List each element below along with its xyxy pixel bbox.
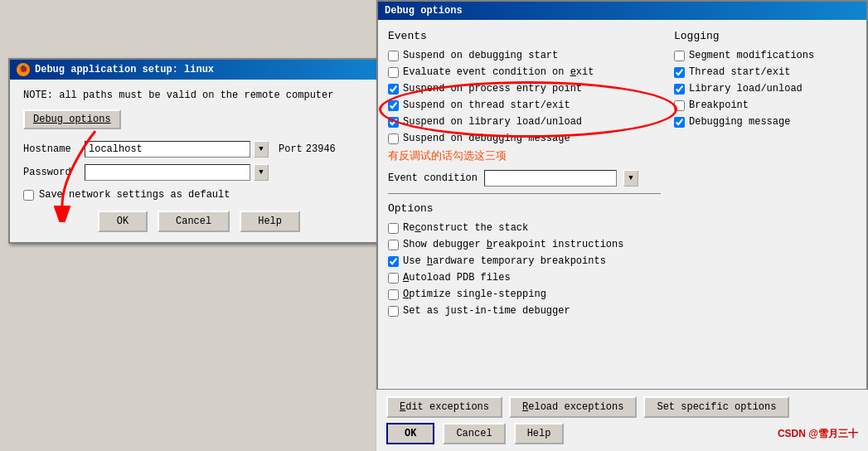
option-checkbox-1[interactable] xyxy=(388,240,399,250)
event-checkbox-1[interactable] xyxy=(388,67,399,78)
debug-options-dialog: Debug options Events Suspend on debuggin… xyxy=(376,0,868,451)
event-checkbox-2[interactable] xyxy=(388,84,399,95)
event-checkbox-3[interactable] xyxy=(388,100,399,111)
password-label: Password xyxy=(23,167,81,178)
option-label-3: Autoload PDB files xyxy=(403,272,511,284)
password-dropdown[interactable]: ▼ xyxy=(254,164,269,181)
debug-setup-dialog: 🐞 Debug application setup: linux NOTE: a… xyxy=(8,58,390,244)
events-section-title: Events xyxy=(388,30,661,42)
option-item-5: Set as just-in-time debugger xyxy=(388,304,661,318)
option-label-5: Set as just-in-time debugger xyxy=(403,305,570,317)
right-ok-button[interactable]: OK xyxy=(386,423,434,444)
log-item-2: Library load/unload xyxy=(674,82,856,95)
event-condition-row: Event condition ▼ xyxy=(388,170,661,187)
log-label-4: Debugging message xyxy=(689,116,790,128)
option-checkbox-2[interactable] xyxy=(388,256,399,267)
option-item-1: Show debugger breakpoint instructions xyxy=(388,238,661,251)
log-checkbox-3[interactable] xyxy=(674,100,685,111)
dialog-right-titlebar: Debug options xyxy=(378,2,866,20)
option-item-4: Optimize single-stepping xyxy=(388,288,661,301)
left-dialog-buttons: OK Cancel Help xyxy=(23,211,375,232)
reload-exceptions-button[interactable]: Reload exceptions xyxy=(509,396,637,418)
event-checkbox-0[interactable] xyxy=(388,51,399,61)
option-checkbox-0[interactable] xyxy=(388,223,399,234)
csdn-logo: CSDN @雪月三十 xyxy=(778,427,858,441)
hostname-label: Hostname xyxy=(23,143,81,155)
event-condition-dropdown[interactable]: ▼ xyxy=(623,170,638,187)
option-label-0: Reconstruct the stack xyxy=(403,222,528,234)
logging-section-title: Logging xyxy=(674,30,856,42)
footer-row1: Edit exceptions Reload exceptions Set sp… xyxy=(386,396,858,418)
event-label-4: Suspend on library load/unload xyxy=(403,116,582,128)
event-label-3: Suspend on thread start/exit xyxy=(403,99,570,111)
event-item-4: Suspend on library load/unload xyxy=(388,115,661,129)
event-item-2: Suspend on process entry point xyxy=(388,82,661,95)
event-item-1: Evaluate event condition on exit xyxy=(388,65,661,79)
event-checkbox-5[interactable] xyxy=(388,133,399,144)
log-item-0: Segment modifications xyxy=(674,49,856,62)
event-label-2: Suspend on process entry point xyxy=(403,83,582,95)
event-item-3: Suspend on thread start/exit xyxy=(388,99,661,112)
chinese-annotation: 有反调试的话勾选这三项 xyxy=(388,148,661,163)
debug-options-button[interactable]: Debug options xyxy=(23,109,121,129)
log-label-2: Library load/unload xyxy=(689,83,803,95)
port-label: Port xyxy=(279,143,303,155)
log-checkbox-1[interactable] xyxy=(674,67,685,78)
right-panel: Logging Segment modifications Thread sta… xyxy=(674,30,856,391)
log-label-1: Thread start/exit xyxy=(689,66,790,78)
dialog-left-title: Debug application setup: linux xyxy=(35,64,214,75)
options-section: Options Reconstruct the stack Show debug… xyxy=(388,202,661,318)
save-settings-row: Save network settings as default xyxy=(23,189,375,201)
left-ok-button[interactable]: OK xyxy=(98,211,148,232)
dialog-left-content: NOTE: all paths must be valid on the rem… xyxy=(10,80,388,242)
save-settings-checkbox[interactable] xyxy=(23,190,34,201)
right-help-button[interactable]: Help xyxy=(514,423,565,444)
option-checkbox-5[interactable] xyxy=(388,306,399,317)
option-item-3: Autoload PDB files xyxy=(388,271,661,284)
option-label-4: Optimize single-stepping xyxy=(403,289,546,300)
password-row: Password ▼ xyxy=(23,164,375,181)
event-item-5: Suspend on debugging message xyxy=(388,132,661,145)
dialog-right-title: Debug options xyxy=(385,5,463,17)
event-condition-input[interactable] xyxy=(484,170,617,187)
log-checkbox-2[interactable] xyxy=(674,84,685,95)
dialog-left-titlebar: 🐞 Debug application setup: linux xyxy=(10,60,388,80)
event-label-5: Suspend on debugging message xyxy=(403,133,570,144)
note-text: NOTE: all paths must be valid on the rem… xyxy=(23,90,375,101)
log-item-1: Thread start/exit xyxy=(674,65,856,79)
right-cancel-button[interactable]: Cancel xyxy=(443,423,505,444)
divider xyxy=(388,193,661,194)
options-section-title: Options xyxy=(388,202,661,215)
log-checkbox-4[interactable] xyxy=(674,117,685,128)
event-checkbox-4[interactable] xyxy=(388,117,399,128)
option-checkbox-4[interactable] xyxy=(388,289,399,300)
hostname-input[interactable] xyxy=(85,141,250,158)
save-settings-label: Save network settings as default xyxy=(39,189,230,201)
set-specific-options-button[interactable]: Set specific options xyxy=(643,396,789,418)
event-label-0: Suspend on debugging start xyxy=(403,50,558,61)
dialog-left-icon: 🐞 xyxy=(17,63,30,76)
hostname-dropdown[interactable]: ▼ xyxy=(254,141,269,158)
log-checkbox-0[interactable] xyxy=(674,51,685,61)
left-panel: Events Suspend on debugging start Evalua… xyxy=(388,30,661,391)
log-item-3: Breakpoint xyxy=(674,99,856,112)
option-checkbox-3[interactable] xyxy=(388,273,399,284)
footer-row2: OK Cancel Help CSDN @雪月三十 xyxy=(386,423,858,444)
edit-exceptions-button[interactable]: Edit exceptions xyxy=(386,396,502,418)
option-item-0: Reconstruct the stack xyxy=(388,221,661,235)
left-cancel-button[interactable]: Cancel xyxy=(158,211,230,232)
event-item-0: Suspend on debugging start xyxy=(388,49,661,62)
option-label-2: Use hardware temporary breakpoints xyxy=(403,255,606,267)
log-label-0: Segment modifications xyxy=(689,50,814,61)
log-label-3: Breakpoint xyxy=(689,99,749,111)
port-value: 23946 xyxy=(306,143,336,155)
hostname-row: Hostname ▼ Port 23946 xyxy=(23,141,375,158)
dialog-right-footer: Edit exceptions Reload exceptions Set sp… xyxy=(376,389,868,451)
password-input[interactable] xyxy=(85,164,250,181)
event-condition-label: Event condition xyxy=(388,172,478,184)
option-item-2: Use hardware temporary breakpoints xyxy=(388,255,661,268)
left-help-button[interactable]: Help xyxy=(240,211,300,232)
dialog-right-body: Events Suspend on debugging start Evalua… xyxy=(378,20,866,401)
option-label-1: Show debugger breakpoint instructions xyxy=(403,239,623,250)
event-label-1: Evaluate event condition on exit xyxy=(403,66,594,78)
